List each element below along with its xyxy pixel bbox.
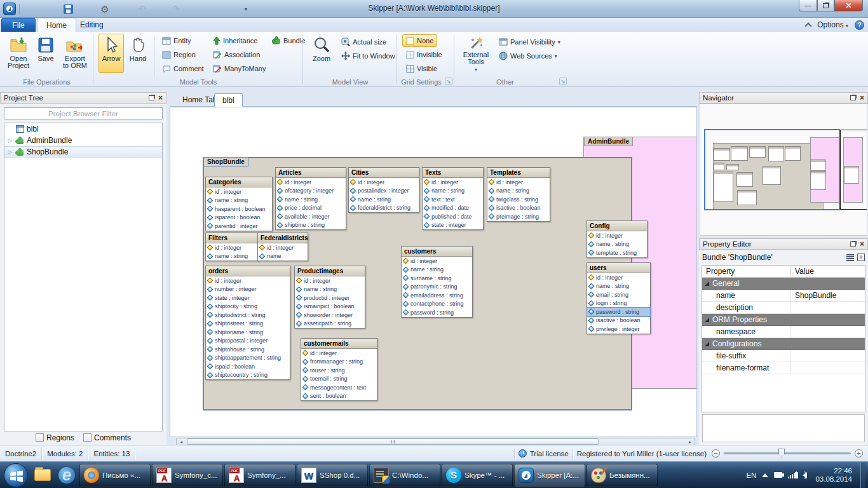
tab-blbl[interactable]: blbl — [214, 93, 243, 107]
property-row-file-suffix[interactable]: file-suffix — [702, 350, 865, 362]
value-column-header[interactable]: Value — [791, 266, 818, 277]
tab-home[interactable]: Home — [37, 18, 76, 32]
property-row-namespace[interactable]: namespace — [702, 326, 865, 338]
power-icon[interactable] — [774, 472, 782, 478]
inheritance-tool[interactable]: Inheritance — [209, 34, 261, 47]
entity-field[interactable]: password : string — [402, 308, 472, 317]
entity-field[interactable]: number : integer — [206, 285, 290, 294]
export-to-orm-button[interactable]: Export to ORM — [60, 34, 90, 73]
entity-title[interactable]: orders — [206, 266, 290, 276]
entity-articles[interactable]: Articles id : integer ofcategory : integ… — [275, 167, 346, 230]
entity-field[interactable]: password : string — [587, 308, 650, 316]
arrow-tool-button[interactable]: Arrow — [98, 34, 124, 73]
comment-tool[interactable]: Comment — [158, 62, 208, 75]
property-section[interactable]: Configurations — [702, 338, 865, 350]
entity-field[interactable]: isparent : boolean — [206, 214, 272, 222]
zoom-slider-track[interactable] — [724, 452, 851, 454]
association-tool[interactable]: Association — [209, 48, 264, 61]
entity-filters[interactable]: Filters id : integer name : string — [205, 233, 259, 261]
entity-field[interactable]: price : decimal — [276, 204, 346, 213]
panel-visibility-button[interactable]: Panel Visibility ▾ — [495, 36, 564, 48]
entity-field[interactable]: toemail : string — [301, 375, 377, 384]
regions-checkbox[interactable]: Regions — [36, 433, 74, 442]
add-property-icon[interactable]: + — [857, 254, 865, 261]
navigator-minimap[interactable] — [700, 104, 867, 236]
internet-explorer-pinned-button[interactable]: e — [55, 463, 79, 487]
close-panel-icon[interactable]: × — [158, 94, 163, 102]
entity-config[interactable]: Config id : integer name : string templa… — [587, 220, 648, 258]
entity-field[interactable]: asseticpath : string — [295, 320, 365, 329]
property-row-name[interactable]: name ShopBundle — [702, 290, 865, 302]
web-sources-button[interactable]: Web Sources ▾ — [495, 50, 561, 62]
taskbar-button[interactable]: SShop 0.d... — [297, 464, 368, 487]
entity-field[interactable]: name : string — [206, 196, 272, 205]
entity-field[interactable]: name : string — [423, 187, 483, 196]
entity-field[interactable]: name : string — [487, 187, 550, 196]
region-label-shopbundle[interactable]: ShopBundle — [203, 157, 248, 166]
tree-item-shopbundle[interactable]: ▷ ShopBundle — [4, 146, 162, 158]
entity-field[interactable]: name : string — [587, 240, 647, 249]
property-section[interactable]: ORM Properties — [702, 314, 865, 326]
entity-field[interactable]: shiptocountry : string — [206, 371, 290, 380]
entity-field[interactable]: name : string — [206, 252, 259, 261]
hand-tool-button[interactable]: Hand — [125, 34, 151, 73]
entity-title[interactable]: Config — [587, 221, 647, 231]
manytomany-tool[interactable]: ManyToMany — [209, 62, 269, 75]
entity-customers[interactable]: customers id : integer name : string sur… — [401, 246, 473, 318]
entity-federaldistricts[interactable]: Federaldistricts id : integer name — [257, 233, 308, 261]
entity-field[interactable]: federaldistrict : string — [349, 204, 419, 213]
entity-field[interactable]: surname : string — [402, 274, 472, 283]
entity-field[interactable]: ofcategory : integer — [276, 187, 346, 196]
entity-field[interactable]: shiptopostal : integer — [206, 337, 290, 346]
entity-field[interactable]: id : integer — [206, 243, 259, 252]
entity-title[interactable]: customermails — [301, 339, 377, 349]
entity-field[interactable]: name — [258, 252, 308, 261]
entity-field[interactable]: shiptoappartement : string — [206, 354, 290, 363]
entity-field[interactable]: email : string — [587, 290, 650, 299]
entity-field[interactable]: touser : string — [301, 366, 377, 375]
comments-checkbox[interactable]: Comments — [83, 433, 131, 442]
volume-icon[interactable] — [803, 472, 807, 478]
entity-field[interactable]: published : date — [423, 212, 483, 221]
entity-field[interactable]: id : integer — [258, 243, 308, 252]
property-value[interactable]: ShopBundle — [791, 290, 865, 301]
entity-field[interactable]: frommanager : string — [301, 358, 377, 367]
list-view-icon[interactable] — [846, 254, 854, 261]
entity-field[interactable]: productid : integer — [295, 294, 365, 302]
other-dialog-launcher[interactable]: ↘ — [559, 78, 567, 85]
zoom-out-icon[interactable]: − — [712, 449, 720, 458]
entity-orders[interactable]: orders id : integer number : integer sta… — [205, 266, 290, 380]
entity-field[interactable]: shiptocity : string — [206, 302, 290, 311]
show-hidden-icons[interactable] — [762, 473, 768, 477]
float-panel-icon[interactable] — [850, 241, 856, 247]
entity-field[interactable]: id : integer — [487, 178, 550, 187]
entity-field[interactable]: name : string — [402, 266, 472, 274]
collapse-ribbon-icon[interactable] — [805, 22, 812, 29]
entity-field[interactable]: state : integer — [423, 221, 483, 230]
entity-field[interactable]: emailaddress : string — [402, 291, 472, 300]
scroll-left-icon[interactable]: ◂ — [177, 438, 186, 445]
entity-field[interactable]: state : integer — [206, 294, 290, 302]
entity-field[interactable]: id : integer — [206, 187, 272, 196]
entity-texts[interactable]: Texts id : integer name : string text : … — [422, 167, 484, 230]
float-panel-icon[interactable] — [149, 95, 154, 100]
entity-field[interactable]: id : integer — [295, 276, 365, 285]
entity-field[interactable]: id : integer — [276, 178, 346, 187]
property-section[interactable]: General — [702, 278, 865, 290]
entity-field[interactable]: messagecontent : text — [301, 383, 377, 392]
entity-field[interactable]: modified : date — [423, 204, 483, 213]
entity-field[interactable]: shiptohouse : string — [206, 345, 290, 354]
entity-field[interactable]: twigclass : string — [487, 195, 550, 204]
entity-field[interactable]: available : integer — [276, 212, 346, 221]
grid-none-button[interactable]: None — [402, 34, 437, 47]
tab-editing[interactable]: Editing — [71, 18, 112, 32]
scrollbar-thumb[interactable] — [187, 438, 599, 445]
maximize-button[interactable] — [817, 0, 834, 11]
fit-to-window-button[interactable]: Fit to Window — [337, 50, 399, 62]
entity-field[interactable]: sent : boolean — [301, 392, 377, 401]
entity-field[interactable]: login : string — [587, 299, 650, 308]
zoom-slider-handle[interactable] — [778, 449, 785, 458]
entity-field[interactable]: postalindex : integer — [349, 187, 419, 196]
help-icon[interactable]: ? — [855, 20, 864, 30]
taskbar-button[interactable]: Skype™ - ... — [442, 464, 513, 487]
